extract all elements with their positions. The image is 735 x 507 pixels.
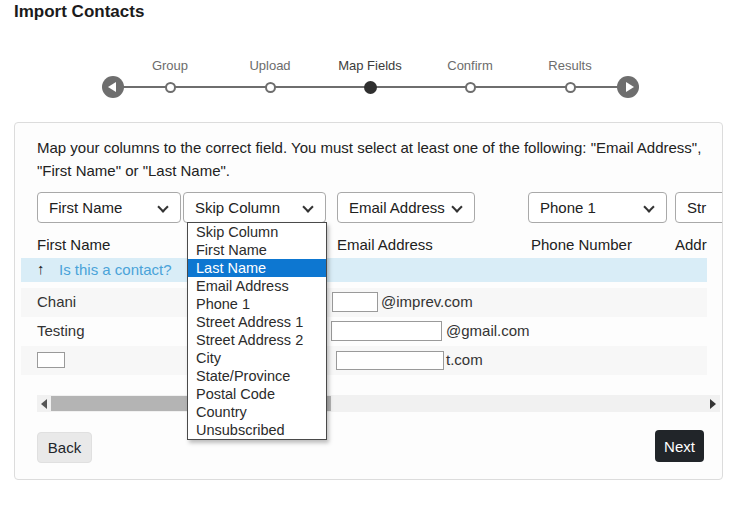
column-select-5-value: Str <box>687 199 706 216</box>
scroll-left-icon[interactable] <box>41 399 47 409</box>
skip-column-dropdown-list: Skip Column First Name Last Name Email A… <box>187 222 327 440</box>
column-select-2[interactable]: Skip Column <box>183 192 326 223</box>
stepper-next-button[interactable] <box>617 76 639 98</box>
column-select-3[interactable]: Email Address <box>337 192 475 223</box>
horizontal-scrollbar[interactable] <box>37 395 720 412</box>
redaction-box <box>336 351 444 370</box>
dropdown-option-city[interactable]: City <box>188 349 326 367</box>
dropdown-option-phone-1[interactable]: Phone 1 <box>188 295 326 313</box>
step-label-group: Group <box>152 58 188 73</box>
step-label-map-fields: Map Fields <box>338 58 402 73</box>
redaction-box <box>37 352 65 368</box>
email-cell: @gmail.com <box>446 322 530 339</box>
import-contacts-page: Import Contacts Group Upload Map Fields … <box>0 0 735 507</box>
redaction-box <box>331 321 442 341</box>
instructions-text: Map your columns to the correct field. Y… <box>37 136 709 182</box>
page-title: Import Contacts <box>14 2 144 22</box>
dropdown-option-last-name[interactable]: Last Name <box>188 259 326 277</box>
arrow-left-icon <box>108 82 116 92</box>
col-header-address: Addr <box>675 236 707 253</box>
column-select-4[interactable]: Phone 1 <box>528 192 667 223</box>
first-name-cell: Testing <box>37 322 85 339</box>
dropdown-option-skip-column[interactable]: Skip Column <box>188 223 326 241</box>
redaction-box <box>332 292 378 312</box>
first-name-cell: Chani <box>37 293 76 310</box>
step-dot-upload[interactable] <box>265 82 276 93</box>
is-this-a-contact-link[interactable]: Is this a contact? <box>59 261 172 278</box>
column-select-1-value: First Name <box>49 199 122 216</box>
table-row: t.com <box>21 346 707 375</box>
arrow-right-icon <box>626 82 634 92</box>
dropdown-option-street-address-2[interactable]: Street Address 2 <box>188 331 326 349</box>
dropdown-option-email-address[interactable]: Email Address <box>188 277 326 295</box>
column-select-4-value: Phone 1 <box>540 199 596 216</box>
chevron-down-icon <box>302 201 313 212</box>
up-arrow-icon: ↑ <box>37 260 45 277</box>
step-dot-group[interactable] <box>165 82 176 93</box>
header-suggestion-row: ↑ Is this a contact? <box>21 258 707 282</box>
table-row: Testing @gmail.com <box>21 317 707 346</box>
dropdown-option-street-address-1[interactable]: Street Address 1 <box>188 313 326 331</box>
email-cell: t.com <box>446 351 483 368</box>
chevron-down-icon <box>643 201 654 212</box>
step-label-confirm: Confirm <box>447 58 493 73</box>
step-dot-results[interactable] <box>565 82 576 93</box>
email-cell: @imprev.com <box>381 293 473 310</box>
scroll-right-icon[interactable] <box>710 399 716 409</box>
step-label-upload: Upload <box>249 58 290 73</box>
column-select-3-value: Email Address <box>349 199 445 216</box>
step-dot-confirm[interactable] <box>465 82 476 93</box>
col-header-phone-number: Phone Number <box>531 236 632 253</box>
table-row: Chani @imprev.com <box>21 288 707 317</box>
dropdown-option-first-name[interactable]: First Name <box>188 241 326 259</box>
col-header-first-name: First Name <box>37 236 110 253</box>
chevron-down-icon <box>157 201 168 212</box>
back-button[interactable]: Back <box>37 432 92 463</box>
chevron-down-icon <box>451 201 462 212</box>
step-dot-map-fields[interactable] <box>364 81 377 94</box>
column-select-1[interactable]: First Name <box>37 192 181 223</box>
step-label-results: Results <box>548 58 591 73</box>
col-header-email-address: Email Address <box>337 236 433 253</box>
next-button[interactable]: Next <box>655 430 704 462</box>
dropdown-option-postal-code[interactable]: Postal Code <box>188 385 326 403</box>
dropdown-option-state-province[interactable]: State/Province <box>188 367 326 385</box>
column-select-5[interactable]: Str <box>675 192 723 223</box>
column-select-2-value: Skip Column <box>195 199 280 216</box>
dropdown-option-unsubscribed[interactable]: Unsubscribed <box>188 421 326 439</box>
dropdown-option-country[interactable]: Country <box>188 403 326 421</box>
stepper-prev-button[interactable] <box>102 76 124 98</box>
map-fields-panel: Map your columns to the correct field. Y… <box>14 122 723 480</box>
